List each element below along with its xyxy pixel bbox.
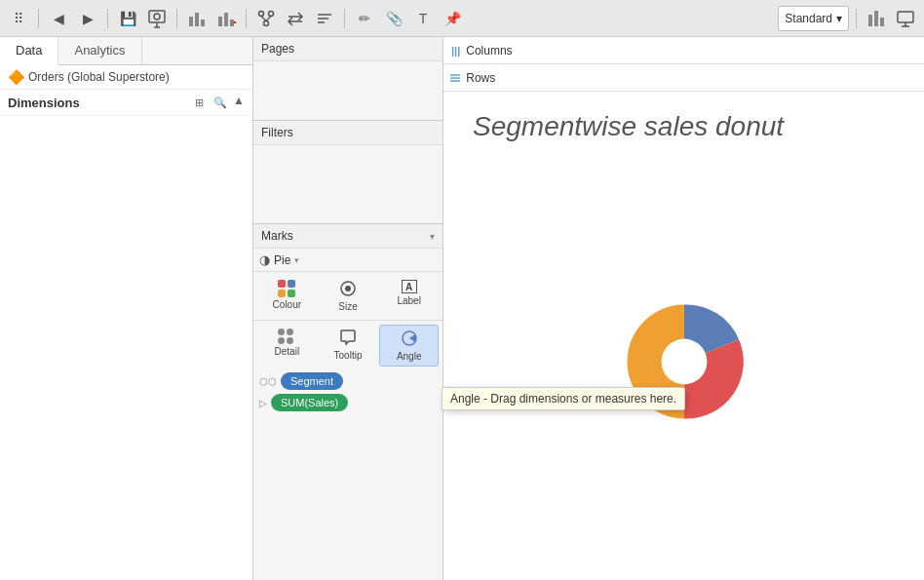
marks-buttons-row2: Detail Tooltip Angle bbox=[253, 321, 443, 368]
present-button[interactable] bbox=[893, 6, 918, 31]
svg-point-26 bbox=[345, 286, 351, 291]
svg-point-12 bbox=[269, 11, 274, 16]
label-label: Label bbox=[397, 295, 420, 306]
data-source-label[interactable]: Orders (Global Superstore) bbox=[28, 70, 170, 84]
angle-icon bbox=[401, 329, 418, 349]
swap-button[interactable] bbox=[283, 6, 308, 31]
svg-rect-9 bbox=[230, 19, 234, 26]
dim-collapse-button[interactable]: ▲ bbox=[233, 94, 245, 111]
pin-button[interactable]: 📌 bbox=[440, 6, 465, 31]
dim-actions: ⊞ 🔍 ▲ bbox=[190, 94, 245, 111]
svg-rect-0 bbox=[149, 11, 165, 22]
marks-section: Marks ▾ ◑ Pie ▾ Colour bbox=[253, 224, 443, 580]
view-select-arrow: ▾ bbox=[836, 12, 842, 25]
columns-label: Columns bbox=[466, 44, 520, 58]
segment-pill-row: ⬡⬡ Segment bbox=[259, 372, 437, 390]
colour-icon bbox=[278, 280, 295, 297]
dimensions-list bbox=[0, 116, 252, 580]
tooltip-button[interactable]: Tooltip bbox=[319, 325, 378, 367]
svg-rect-21 bbox=[880, 18, 884, 26]
grip-icon[interactable]: ⠿ bbox=[6, 6, 31, 31]
svg-point-13 bbox=[264, 20, 269, 25]
toolbar-sep-6 bbox=[856, 9, 857, 28]
view-label: Standard bbox=[785, 12, 832, 25]
svg-rect-5 bbox=[195, 13, 199, 26]
pie-type-icon: ◑ bbox=[259, 252, 270, 267]
tooltip-popup: Angle - Drag dimensions or measures here… bbox=[442, 387, 685, 410]
svg-rect-8 bbox=[224, 13, 228, 26]
segment-pill[interactable]: Segment bbox=[281, 372, 343, 390]
marks-type-arrow: ▾ bbox=[294, 255, 299, 265]
marks-dropdown-button[interactable]: ▾ bbox=[430, 231, 435, 242]
toolbar: ⠿ ◀ ▶ 💾 ✏ 📎 T 📌 Standard ▾ bbox=[0, 0, 924, 37]
toolbar-sep-3 bbox=[176, 9, 177, 28]
filters-title: Filters bbox=[261, 126, 293, 139]
pages-header: Pages bbox=[253, 37, 443, 61]
add-datasource-button[interactable] bbox=[144, 6, 170, 31]
angle-label: Angle bbox=[397, 351, 422, 362]
marks-title: Marks bbox=[261, 229, 293, 243]
detail-button[interactable]: Detail bbox=[257, 325, 317, 367]
rows-shelf[interactable]: ||| Rows bbox=[443, 64, 924, 92]
detail-icon bbox=[278, 329, 295, 344]
colour-button[interactable]: Colour bbox=[257, 276, 317, 316]
text-button[interactable]: T bbox=[410, 6, 436, 31]
chart-type-button[interactable] bbox=[184, 6, 210, 31]
filters-section: Filters bbox=[253, 121, 443, 224]
view-selector[interactable]: Standard ▾ bbox=[778, 6, 849, 31]
save-button[interactable]: 💾 bbox=[115, 6, 140, 31]
pages-section: Pages bbox=[253, 37, 443, 121]
highlight-button[interactable]: ✏ bbox=[352, 6, 377, 31]
angle-button[interactable]: Angle bbox=[379, 325, 439, 367]
chart-container bbox=[473, 162, 895, 561]
left-panel: Data Analytics 🔶 Orders (Global Supersto… bbox=[0, 37, 253, 580]
toolbar-sep-4 bbox=[246, 9, 247, 28]
svg-rect-22 bbox=[898, 12, 913, 22]
data-source-icon: 🔶 bbox=[8, 69, 24, 85]
toolbar-sep-2 bbox=[107, 9, 108, 28]
svg-rect-6 bbox=[201, 19, 205, 26]
marks-type-dropdown[interactable]: Pie ▾ bbox=[274, 253, 437, 267]
filters-content bbox=[253, 145, 443, 223]
forward-button[interactable]: ▶ bbox=[75, 6, 100, 31]
dimensions-title: Dimensions bbox=[8, 96, 190, 110]
svg-rect-4 bbox=[189, 17, 193, 26]
svg-point-11 bbox=[259, 11, 264, 16]
toolbar-sep-1 bbox=[38, 9, 39, 28]
pages-title: Pages bbox=[261, 42, 294, 56]
connect-icon[interactable] bbox=[253, 6, 279, 31]
detail-label: Detail bbox=[275, 346, 300, 357]
size-label: Size bbox=[338, 301, 357, 312]
columns-shelf[interactable]: ||| Columns bbox=[443, 37, 924, 64]
clip-button[interactable]: 📎 bbox=[381, 6, 406, 31]
sum-sales-pill-icon: ▷ bbox=[259, 398, 267, 408]
colour-label: Colour bbox=[273, 299, 301, 310]
back-button[interactable]: ◀ bbox=[46, 6, 71, 31]
segment-pill-icon: ⬡⬡ bbox=[259, 376, 277, 387]
svg-rect-7 bbox=[218, 17, 222, 26]
chart-options-button[interactable] bbox=[213, 6, 239, 31]
toolbar-sep-5 bbox=[344, 9, 345, 28]
pie-hole bbox=[661, 338, 707, 384]
dim-grid-view-button[interactable]: ⊞ bbox=[190, 94, 208, 111]
tab-analytics[interactable]: Analytics bbox=[58, 37, 141, 64]
columns-icon: ||| bbox=[451, 45, 460, 57]
size-button[interactable]: Size bbox=[319, 276, 378, 316]
size-icon bbox=[339, 280, 357, 299]
tooltip-icon bbox=[339, 329, 357, 348]
rows-label: Rows bbox=[466, 71, 520, 85]
dim-search-button[interactable]: 🔍 bbox=[212, 94, 229, 111]
sum-sales-pill-label: SUM(Sales) bbox=[281, 397, 338, 408]
sum-sales-pill[interactable]: SUM(Sales) bbox=[271, 394, 348, 411]
marks-type-selector: ◑ Pie ▾ bbox=[253, 249, 443, 272]
label-icon: A bbox=[402, 280, 417, 293]
sort-button[interactable] bbox=[312, 6, 337, 31]
right-panel: ||| Columns ||| Rows Segmentwise sales d… bbox=[443, 37, 924, 580]
canvas-area: Segmentwise sales donut bbox=[443, 92, 924, 580]
bar-chart-icon[interactable] bbox=[864, 6, 889, 31]
label-button[interactable]: A Label bbox=[379, 276, 439, 316]
tab-data[interactable]: Data bbox=[0, 37, 58, 65]
svg-point-1 bbox=[154, 14, 160, 19]
tooltip-text: Angle - Drag dimensions or measures here… bbox=[450, 392, 676, 406]
rows-icon: ||| bbox=[450, 73, 462, 82]
